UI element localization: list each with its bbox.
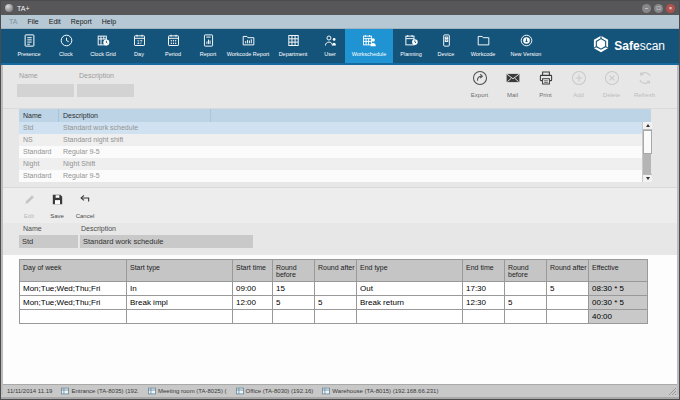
cell[interactable]: Mon;Tue;Wed;Thu;Fri: [20, 282, 127, 296]
print-button[interactable]: Print: [529, 67, 562, 98]
add-button[interactable]: Add: [562, 67, 595, 98]
column-header-name[interactable]: Name: [19, 109, 59, 122]
export-button[interactable]: Export: [463, 67, 496, 98]
menu-report[interactable]: Report: [66, 18, 97, 25]
cell[interactable]: 5: [315, 296, 357, 310]
toolbar-device[interactable]: Device: [429, 29, 463, 63]
column-header-description[interactable]: Description: [59, 109, 211, 122]
cancel-button[interactable]: Cancel: [71, 188, 99, 223]
toolbar-department[interactable]: Department: [271, 29, 315, 63]
detail-row[interactable]: Mon;Tue;Wed;Thu;Fri In 09:00 15 Out 17:3…: [20, 282, 648, 296]
minimize-button[interactable]: −: [642, 4, 651, 13]
mail-button[interactable]: Mail: [496, 67, 529, 98]
cell[interactable]: 5: [273, 296, 315, 310]
record-description-label: Description: [81, 225, 116, 232]
cell[interactable]: 09:00: [233, 282, 273, 296]
toolbar-workschedule[interactable]: Workschedule: [345, 29, 393, 63]
menu-edit[interactable]: Edit: [44, 18, 66, 25]
cell[interactable]: Break return: [357, 296, 463, 310]
col-round-after-1[interactable]: Round after: [315, 260, 357, 282]
cell[interactable]: Break impl: [127, 296, 233, 310]
edit-button[interactable]: Edit: [15, 188, 43, 223]
cell[interactable]: [505, 282, 547, 296]
cell[interactable]: 17:30: [463, 282, 505, 296]
new-version-icon: [519, 32, 534, 49]
add-icon: [570, 69, 588, 91]
col-start-type[interactable]: Start type: [127, 260, 233, 282]
workcode-folder-icon: [476, 32, 491, 49]
cell[interactable]: [20, 310, 127, 324]
maximize-button[interactable]: □: [654, 4, 663, 13]
resize-grip-icon[interactable]: [668, 387, 677, 397]
cell[interactable]: Mon;Tue;Wed;Thu;Fri: [20, 296, 127, 310]
cell-description: Standard work schedule: [59, 122, 211, 134]
toolbar-planning[interactable]: Planning: [393, 29, 429, 63]
table-row-selected[interactable]: Std Standard work schedule: [19, 122, 651, 134]
detail-row[interactable]: Mon;Tue;Wed;Thu;Fri Break impl 12:00 5 5…: [20, 296, 648, 310]
cell[interactable]: [315, 310, 357, 324]
safescan-brand: Safescan: [591, 34, 665, 58]
close-button[interactable]: ×: [666, 4, 675, 13]
col-round-after-2[interactable]: Round after: [547, 260, 589, 282]
toolbar-user[interactable]: User: [315, 29, 345, 63]
col-round-before-1[interactable]: Round before: [273, 260, 315, 282]
scroll-down-button[interactable]: [643, 174, 652, 182]
toolbar-period[interactable]: Period: [155, 29, 191, 63]
schedule-table: Name Description Std Standard work sched…: [19, 109, 651, 182]
table-row[interactable]: NS Standard night shift: [19, 134, 651, 146]
toolbar-day[interactable]: 17 Day: [123, 29, 155, 63]
cell[interactable]: [547, 310, 589, 324]
report-icon: [201, 32, 216, 49]
cell[interactable]: [463, 310, 505, 324]
cell[interactable]: [315, 282, 357, 296]
cell[interactable]: [127, 310, 233, 324]
cell[interactable]: [547, 296, 589, 310]
cell[interactable]: Out: [357, 282, 463, 296]
filter-description-input[interactable]: [77, 84, 134, 97]
cell[interactable]: 12:30: [463, 296, 505, 310]
vertical-scrollbar[interactable]: [642, 122, 651, 182]
cell[interactable]: [357, 310, 463, 324]
col-day-of-week[interactable]: Day of week: [20, 260, 127, 282]
delete-button[interactable]: Delete: [595, 67, 628, 98]
toolbar-presence[interactable]: Presence: [9, 29, 49, 63]
scroll-up-button[interactable]: [643, 122, 652, 130]
save-button[interactable]: Save: [43, 188, 71, 223]
scrollbar-thumb[interactable]: [643, 130, 652, 154]
filter-name-input[interactable]: [17, 84, 74, 97]
cell[interactable]: 5: [547, 282, 589, 296]
toolbar-workcode-report[interactable]: Workcode Report: [225, 29, 271, 63]
cell[interactable]: 15: [273, 282, 315, 296]
cell[interactable]: [233, 310, 273, 324]
workschedule-icon: [362, 32, 377, 49]
toolbar-workcode[interactable]: Workcode: [463, 29, 503, 63]
detail-row-empty[interactable]: 40:00: [20, 310, 648, 324]
toolbar-new-version[interactable]: New Version: [503, 29, 549, 63]
col-round-before-2[interactable]: Round before: [505, 260, 547, 282]
cell[interactable]: In: [127, 282, 233, 296]
menu-help[interactable]: Help: [97, 18, 121, 25]
title-bar: TA+ − □ ×: [1, 1, 679, 15]
toolbar-clock[interactable]: Clock: [49, 29, 83, 63]
record-description-input[interactable]: Standard work schedule: [80, 235, 253, 248]
cell[interactable]: [273, 310, 315, 324]
table-row[interactable]: Night Night Shift: [19, 158, 651, 170]
user-icon: [323, 32, 338, 49]
col-end-time[interactable]: End time: [463, 260, 505, 282]
table-row[interactable]: Standard Regular 9-5: [19, 146, 651, 158]
record-name-input[interactable]: Std: [19, 235, 78, 248]
toolbar-clock-grid[interactable]: Clock Grid: [83, 29, 123, 63]
refresh-button[interactable]: Refresh: [628, 67, 661, 98]
toolbar-report[interactable]: Report: [191, 29, 225, 63]
cell[interactable]: 5: [505, 296, 547, 310]
cell[interactable]: [505, 310, 547, 324]
col-start-time[interactable]: Start time: [233, 260, 273, 282]
table-row[interactable]: Standard Regular 9-5: [19, 170, 651, 182]
main-toolbar: Presence Clock Clock Grid 17 Day Period …: [1, 29, 679, 63]
mail-icon: [504, 69, 522, 91]
col-end-type[interactable]: End type: [357, 260, 463, 282]
menu-file[interactable]: File: [22, 18, 43, 25]
cell[interactable]: 12:00: [233, 296, 273, 310]
device-icon: [439, 32, 454, 49]
col-effective[interactable]: Effective: [589, 260, 648, 282]
